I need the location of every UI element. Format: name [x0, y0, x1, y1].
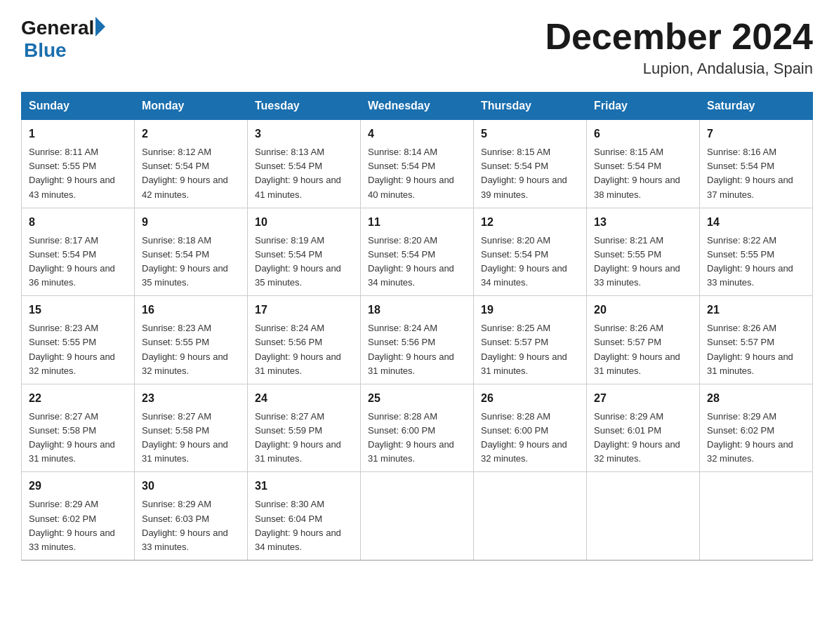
- header-row: SundayMondayTuesdayWednesdayThursdayFrid…: [22, 93, 813, 120]
- day-number: 15: [29, 302, 127, 318]
- day-info: Sunrise: 8:13 AMSunset: 5:54 PMDaylight:…: [255, 147, 341, 199]
- empty-cell: [474, 472, 587, 561]
- day-info: Sunrise: 8:24 AMSunset: 5:56 PMDaylight:…: [368, 323, 454, 375]
- day-number: 2: [142, 126, 240, 142]
- day-info: Sunrise: 8:14 AMSunset: 5:54 PMDaylight:…: [368, 147, 454, 199]
- day-cell-17: 17 Sunrise: 8:24 AMSunset: 5:56 PMDaylig…: [248, 296, 361, 384]
- logo-arrow-icon: [95, 17, 105, 36]
- week-row-1: 1 Sunrise: 8:11 AMSunset: 5:55 PMDayligh…: [22, 120, 813, 208]
- day-info: Sunrise: 8:27 AMSunset: 5:58 PMDaylight:…: [142, 411, 228, 464]
- day-cell-30: 30 Sunrise: 8:29 AMSunset: 6:03 PMDaylig…: [135, 472, 248, 561]
- day-number: 17: [255, 302, 353, 318]
- day-cell-11: 11 Sunrise: 8:20 AMSunset: 5:54 PMDaylig…: [361, 208, 474, 296]
- day-number: 13: [594, 214, 692, 231]
- day-number: 19: [481, 302, 579, 318]
- logo-general-text: General: [21, 17, 94, 39]
- day-cell-5: 5 Sunrise: 8:15 AMSunset: 5:54 PMDayligh…: [474, 120, 587, 208]
- day-cell-9: 9 Sunrise: 8:18 AMSunset: 5:54 PMDayligh…: [135, 208, 248, 296]
- day-info: Sunrise: 8:29 AMSunset: 6:02 PMDaylight:…: [29, 499, 115, 551]
- empty-cell: [587, 472, 700, 561]
- day-number: 10: [255, 214, 353, 231]
- day-cell-24: 24 Sunrise: 8:27 AMSunset: 5:59 PMDaylig…: [248, 384, 361, 472]
- day-info: Sunrise: 8:23 AMSunset: 5:55 PMDaylight:…: [142, 323, 228, 375]
- day-number: 20: [594, 302, 692, 318]
- day-cell-25: 25 Sunrise: 8:28 AMSunset: 6:00 PMDaylig…: [361, 384, 474, 472]
- day-cell-26: 26 Sunrise: 8:28 AMSunset: 6:00 PMDaylig…: [474, 384, 587, 472]
- day-number: 31: [255, 478, 353, 495]
- month-title: December 2024: [545, 17, 813, 57]
- logo: General Blue: [21, 17, 105, 62]
- day-number: 21: [707, 302, 805, 318]
- day-cell-27: 27 Sunrise: 8:29 AMSunset: 6:01 PMDaylig…: [587, 384, 700, 472]
- day-cell-10: 10 Sunrise: 8:19 AMSunset: 5:54 PMDaylig…: [248, 208, 361, 296]
- day-number: 27: [594, 390, 692, 407]
- day-cell-2: 2 Sunrise: 8:12 AMSunset: 5:54 PMDayligh…: [135, 120, 248, 208]
- day-number: 4: [368, 126, 466, 142]
- empty-cell: [361, 472, 474, 561]
- day-number: 22: [29, 390, 127, 407]
- calendar-table: SundayMondayTuesdayWednesdayThursdayFrid…: [21, 92, 813, 561]
- day-info: Sunrise: 8:16 AMSunset: 5:54 PMDaylight:…: [707, 147, 793, 199]
- day-number: 7: [707, 126, 805, 142]
- day-info: Sunrise: 8:30 AMSunset: 6:04 PMDaylight:…: [255, 499, 341, 551]
- day-number: 6: [594, 126, 692, 142]
- day-cell-16: 16 Sunrise: 8:23 AMSunset: 5:55 PMDaylig…: [135, 296, 248, 384]
- day-info: Sunrise: 8:23 AMSunset: 5:55 PMDaylight:…: [29, 323, 115, 375]
- day-info: Sunrise: 8:29 AMSunset: 6:03 PMDaylight:…: [142, 499, 228, 551]
- day-info: Sunrise: 8:28 AMSunset: 6:00 PMDaylight:…: [481, 411, 567, 464]
- header-day-saturday: Saturday: [700, 93, 813, 120]
- location-title: Lupion, Andalusia, Spain: [545, 60, 813, 78]
- day-cell-21: 21 Sunrise: 8:26 AMSunset: 5:57 PMDaylig…: [700, 296, 813, 384]
- day-number: 30: [142, 478, 240, 495]
- day-cell-6: 6 Sunrise: 8:15 AMSunset: 5:54 PMDayligh…: [587, 120, 700, 208]
- day-info: Sunrise: 8:27 AMSunset: 5:59 PMDaylight:…: [255, 411, 341, 464]
- empty-cell: [700, 472, 813, 561]
- day-info: Sunrise: 8:19 AMSunset: 5:54 PMDaylight:…: [255, 235, 341, 288]
- week-row-4: 22 Sunrise: 8:27 AMSunset: 5:58 PMDaylig…: [22, 384, 813, 472]
- week-row-5: 29 Sunrise: 8:29 AMSunset: 6:02 PMDaylig…: [22, 472, 813, 561]
- day-number: 28: [707, 390, 805, 407]
- day-info: Sunrise: 8:26 AMSunset: 5:57 PMDaylight:…: [707, 323, 793, 375]
- day-info: Sunrise: 8:17 AMSunset: 5:54 PMDaylight:…: [29, 235, 115, 288]
- logo-blue-text: Blue: [24, 39, 67, 62]
- day-number: 16: [142, 302, 240, 318]
- day-cell-13: 13 Sunrise: 8:21 AMSunset: 5:55 PMDaylig…: [587, 208, 700, 296]
- day-cell-8: 8 Sunrise: 8:17 AMSunset: 5:54 PMDayligh…: [22, 208, 135, 296]
- day-cell-1: 1 Sunrise: 8:11 AMSunset: 5:55 PMDayligh…: [22, 120, 135, 208]
- day-info: Sunrise: 8:25 AMSunset: 5:57 PMDaylight:…: [481, 323, 567, 375]
- page-header: General Blue December 2024 Lupion, Andal…: [21, 17, 813, 78]
- header-day-thursday: Thursday: [474, 93, 587, 120]
- day-cell-23: 23 Sunrise: 8:27 AMSunset: 5:58 PMDaylig…: [135, 384, 248, 472]
- header-day-wednesday: Wednesday: [361, 93, 474, 120]
- header-day-friday: Friday: [587, 93, 700, 120]
- day-cell-4: 4 Sunrise: 8:14 AMSunset: 5:54 PMDayligh…: [361, 120, 474, 208]
- week-row-3: 15 Sunrise: 8:23 AMSunset: 5:55 PMDaylig…: [22, 296, 813, 384]
- day-info: Sunrise: 8:21 AMSunset: 5:55 PMDaylight:…: [594, 235, 680, 288]
- day-info: Sunrise: 8:29 AMSunset: 6:02 PMDaylight:…: [707, 411, 793, 464]
- day-cell-3: 3 Sunrise: 8:13 AMSunset: 5:54 PMDayligh…: [248, 120, 361, 208]
- day-info: Sunrise: 8:27 AMSunset: 5:58 PMDaylight:…: [29, 411, 115, 464]
- header-day-sunday: Sunday: [22, 93, 135, 120]
- day-cell-31: 31 Sunrise: 8:30 AMSunset: 6:04 PMDaylig…: [248, 472, 361, 561]
- day-info: Sunrise: 8:15 AMSunset: 5:54 PMDaylight:…: [594, 147, 680, 199]
- day-cell-12: 12 Sunrise: 8:20 AMSunset: 5:54 PMDaylig…: [474, 208, 587, 296]
- day-cell-28: 28 Sunrise: 8:29 AMSunset: 6:02 PMDaylig…: [700, 384, 813, 472]
- header-day-monday: Monday: [135, 93, 248, 120]
- day-number: 26: [481, 390, 579, 407]
- header-day-tuesday: Tuesday: [248, 93, 361, 120]
- day-number: 24: [255, 390, 353, 407]
- day-number: 25: [368, 390, 466, 407]
- day-number: 11: [368, 214, 466, 231]
- week-row-2: 8 Sunrise: 8:17 AMSunset: 5:54 PMDayligh…: [22, 208, 813, 296]
- day-cell-19: 19 Sunrise: 8:25 AMSunset: 5:57 PMDaylig…: [474, 296, 587, 384]
- day-cell-18: 18 Sunrise: 8:24 AMSunset: 5:56 PMDaylig…: [361, 296, 474, 384]
- day-number: 3: [255, 126, 353, 142]
- day-info: Sunrise: 8:22 AMSunset: 5:55 PMDaylight:…: [707, 235, 793, 288]
- day-cell-29: 29 Sunrise: 8:29 AMSunset: 6:02 PMDaylig…: [22, 472, 135, 561]
- day-info: Sunrise: 8:12 AMSunset: 5:54 PMDaylight:…: [142, 147, 228, 199]
- day-number: 1: [29, 126, 127, 142]
- day-info: Sunrise: 8:29 AMSunset: 6:01 PMDaylight:…: [594, 411, 680, 464]
- day-number: 9: [142, 214, 240, 231]
- day-info: Sunrise: 8:11 AMSunset: 5:55 PMDaylight:…: [29, 147, 115, 199]
- day-cell-14: 14 Sunrise: 8:22 AMSunset: 5:55 PMDaylig…: [700, 208, 813, 296]
